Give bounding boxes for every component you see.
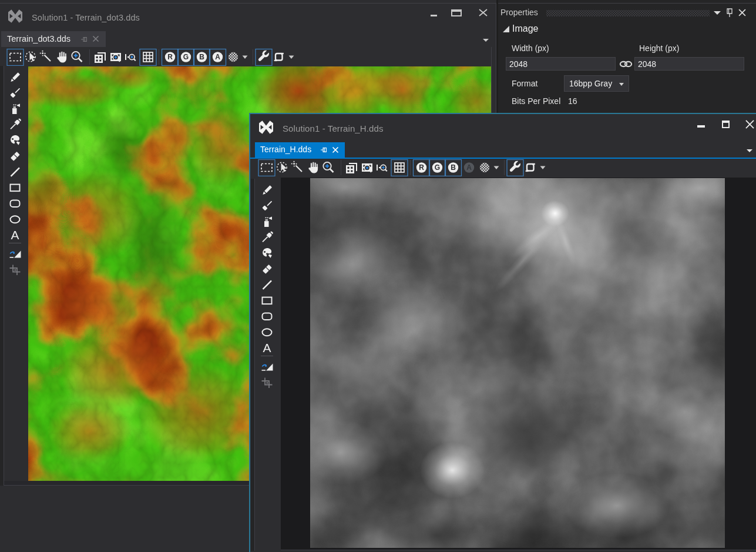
svg-text:A: A	[466, 163, 472, 172]
svg-text:R: R	[419, 163, 424, 172]
svg-text:G: G	[183, 53, 189, 61]
svg-text:R: R	[167, 53, 173, 61]
svg-text:B: B	[199, 53, 204, 61]
svg-text:A: A	[215, 53, 220, 61]
svg-text:B: B	[451, 163, 456, 172]
svg-text:G: G	[435, 163, 440, 172]
